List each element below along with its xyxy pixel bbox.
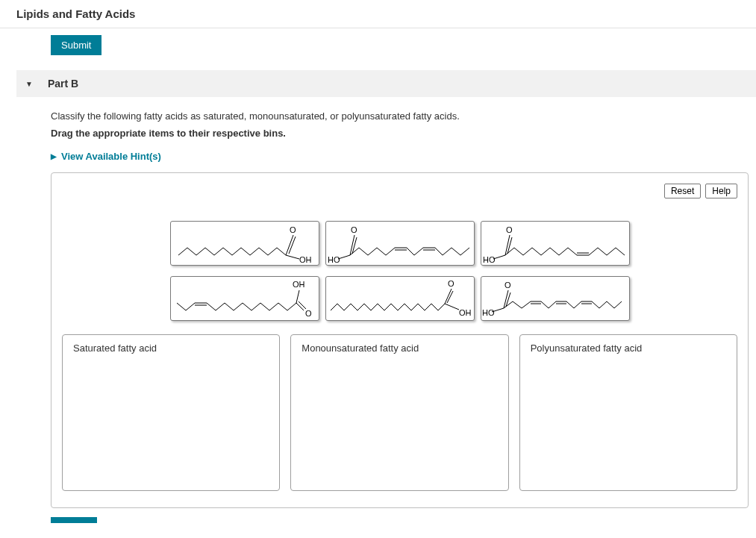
atom-label: O bbox=[448, 279, 454, 288]
drag-drop-workarea: Reset Help O OH bbox=[51, 172, 749, 508]
part-header[interactable]: ▼ Part B bbox=[16, 70, 756, 97]
atom-label: HO bbox=[483, 255, 496, 264]
atom-label: O bbox=[290, 225, 296, 234]
view-hints-toggle[interactable]: ▶ View Available Hint(s) bbox=[51, 151, 749, 162]
question-instruction: Drag the appropriate items to their resp… bbox=[51, 128, 749, 139]
svg-line-18 bbox=[299, 301, 306, 309]
question-prompt: Classify the following fatty acids as sa… bbox=[51, 110, 749, 122]
caret-right-icon: ▶ bbox=[51, 152, 57, 160]
bin-monounsaturated[interactable]: Monounsaturated fatty acid bbox=[290, 334, 508, 491]
page-title: Lipids and Fatty Acids bbox=[0, 0, 756, 28]
help-button[interactable]: Help bbox=[705, 184, 737, 198]
atom-label: O bbox=[506, 225, 513, 234]
draggable-items-area: O OH O HO bbox=[62, 221, 737, 321]
svg-line-19 bbox=[296, 290, 299, 303]
caret-down-icon: ▼ bbox=[25, 80, 33, 88]
draggable-item[interactable]: O HO bbox=[481, 221, 630, 266]
draggable-item[interactable]: OH O bbox=[170, 276, 319, 321]
bin-polyunsaturated[interactable]: Polyunsaturated fatty acid bbox=[519, 334, 737, 491]
atom-label: HO bbox=[328, 255, 340, 264]
atom-label: OH bbox=[459, 308, 472, 317]
submit-button[interactable]: Submit bbox=[51, 35, 101, 55]
bin-label: Saturated fatty acid bbox=[73, 342, 269, 354]
bin-label: Polyunsaturated fatty acid bbox=[531, 342, 726, 354]
draggable-item[interactable]: O OH bbox=[325, 276, 475, 321]
svg-line-2 bbox=[286, 255, 299, 259]
bin-saturated[interactable]: Saturated fatty acid bbox=[62, 334, 280, 491]
atom-label: O bbox=[351, 225, 357, 234]
atom-label: O bbox=[305, 309, 312, 318]
svg-line-17 bbox=[296, 303, 304, 310]
reset-button[interactable]: Reset bbox=[664, 184, 701, 198]
atom-label: OH bbox=[293, 280, 305, 289]
bin-label: Monounsaturated fatty acid bbox=[302, 342, 497, 354]
draggable-item[interactable]: O OH bbox=[170, 221, 319, 266]
draggable-item[interactable]: O HO bbox=[481, 276, 630, 321]
hints-label: View Available Hint(s) bbox=[61, 151, 161, 162]
atom-label: HO bbox=[482, 308, 495, 317]
draggable-item[interactable]: O HO bbox=[325, 221, 475, 266]
divider bbox=[0, 28, 756, 28]
atom-label: O bbox=[504, 281, 511, 290]
submit-button-partial[interactable] bbox=[51, 517, 97, 523]
part-label: Part B bbox=[48, 78, 78, 90]
svg-line-22 bbox=[445, 304, 459, 310]
atom-label: OH bbox=[299, 255, 312, 264]
